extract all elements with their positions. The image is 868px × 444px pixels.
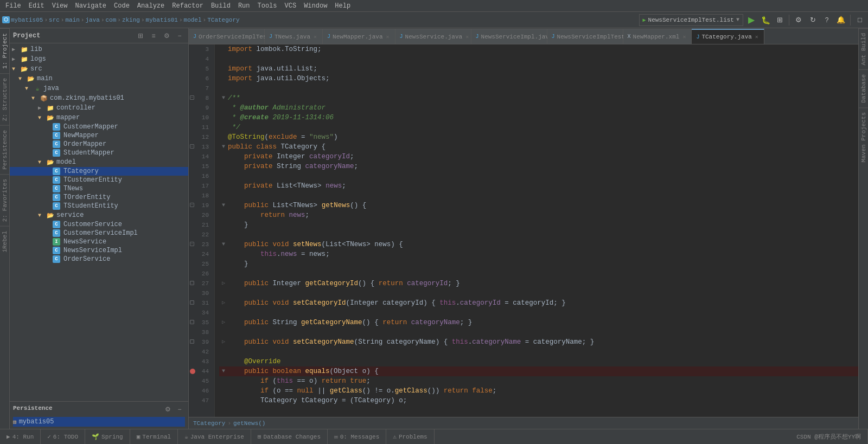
fold-marker[interactable]: − — [190, 203, 194, 207]
tree-item-src[interactable]: ▼ 📂 src — [10, 64, 188, 74]
breadcrumb-method[interactable]: getNews() — [233, 420, 265, 427]
menu-item-view[interactable]: View — [49, 1, 71, 11]
run-button[interactable]: ▶ — [745, 14, 757, 26]
persistence-close[interactable]: − — [174, 404, 185, 415]
tab-tnews[interactable]: J TNews.java ✕ — [265, 29, 323, 44]
tab-orderserviceimpltest[interactable]: J OrderServiceImplTest.java ✕ — [189, 29, 265, 44]
tab-close-button[interactable]: ✕ — [681, 33, 687, 41]
bottom-tab-db-changes[interactable]: ⊞ Database Changes — [251, 429, 328, 444]
tab-close-button[interactable]: ✕ — [464, 33, 470, 41]
fold-marker[interactable]: □ — [190, 320, 194, 324]
left-panel-structure[interactable]: Z: Structure — [0, 73, 9, 125]
tree-item-studentmapper[interactable]: ▶ C StudentMapper — [10, 149, 188, 157]
settings-button[interactable]: ⚙ — [793, 14, 805, 26]
run-config-selector[interactable]: ▶ NewsServiceImplTest.list ▼ — [639, 14, 743, 26]
left-panel-persistence[interactable]: Persistence — [0, 125, 9, 174]
tree-item-java[interactable]: ▼ ☕ java — [10, 83, 188, 93]
tab-newsservice[interactable]: J NewsService.java ✕ — [395, 29, 471, 44]
tree-item-newmapper[interactable]: ▶ C NewMapper — [10, 131, 188, 140]
bc-java[interactable]: java — [85, 17, 99, 23]
tree-item-newsserviceimpl[interactable]: ▶ C NewsServiceImpl — [10, 246, 188, 255]
tree-item-orderservice[interactable]: ▶ C OrderService — [10, 255, 188, 263]
menu-item-edit[interactable]: Edit — [25, 1, 48, 11]
menu-item-run[interactable]: Run — [235, 1, 253, 11]
bc-zking[interactable]: zking — [122, 17, 140, 23]
tab-newsserviceimpl[interactable]: J NewsServiceImpl.java ✕ — [471, 29, 547, 44]
fold-marker-13[interactable]: ▼ — [219, 142, 228, 152]
bc-src[interactable]: src — [49, 17, 60, 23]
help-button[interactable]: ? — [821, 14, 833, 26]
fold-marker[interactable]: − — [190, 144, 194, 149]
tab-close-button[interactable]: ✕ — [385, 33, 391, 41]
tree-item-customermapper[interactable]: ▶ C CustomerMapper — [10, 123, 188, 131]
fold-marker-31[interactable]: ▷ — [219, 298, 228, 308]
persistence-settings[interactable]: ⚙ — [162, 404, 173, 415]
left-panel-irebel[interactable]: iRebel — [0, 226, 9, 257]
fold-marker-44[interactable]: ▼ — [219, 366, 228, 376]
tree-item-service[interactable]: ▼ 📂 service — [10, 210, 188, 220]
tree-item-logs[interactable]: ▶ 📁 logs — [10, 54, 188, 64]
persistence-item-mybatis05[interactable]: ⊞ mybatis05 — [13, 417, 185, 427]
left-panel-favorites[interactable]: 2: Favorites — [0, 174, 9, 226]
menu-item-tools[interactable]: Tools — [254, 1, 280, 11]
menu-item-vcs[interactable]: VCS — [282, 1, 300, 11]
breadcrumb-class[interactable]: TCategory — [193, 420, 225, 427]
fold-marker-23[interactable]: ▼ — [219, 240, 228, 249]
sidebar-close[interactable]: − — [174, 30, 185, 41]
fold-marker-19[interactable]: ▼ — [219, 201, 228, 210]
menu-item-code[interactable]: Code — [111, 1, 133, 11]
fold-marker-35[interactable]: ▷ — [219, 318, 228, 327]
tree-item-tnews[interactable]: ▶ C TNews — [10, 184, 188, 193]
fold-marker-27[interactable]: ▷ — [219, 279, 228, 288]
tab-close-button[interactable]: ✕ — [312, 33, 318, 41]
bc-model[interactable]: model — [184, 17, 202, 23]
bc-main[interactable]: main — [65, 17, 79, 23]
update-button[interactable]: ↻ — [807, 14, 819, 26]
bottom-tab-java-enterprise[interactable]: ☕ Java Enterprise — [178, 429, 251, 444]
menu-item-refactor[interactable]: Refactor — [169, 1, 207, 11]
debug-breakpoint[interactable] — [190, 369, 195, 374]
tab-newsserviceimpltest[interactable]: J NewsServiceImplTest.java ✕ — [547, 29, 623, 44]
bc-mybatis01[interactable]: mybatis01 — [146, 17, 178, 23]
tree-item-ordermapper[interactable]: ▶ C OrderMapper — [10, 140, 188, 149]
bc-mybatis05[interactable]: mybatis05 — [11, 17, 43, 23]
sidebar-expand-all[interactable]: ⊞ — [135, 30, 146, 41]
code-editor[interactable]: import lombok.ToString; import java.util… — [215, 44, 858, 417]
bc-tcategory[interactable]: TCategory — [207, 17, 239, 23]
fold-marker[interactable]: − — [190, 242, 194, 246]
fold-marker[interactable]: □ — [190, 339, 194, 344]
bottom-tab-run[interactable]: ▶ 4: Run — [0, 429, 41, 444]
bottom-tab-spring[interactable]: 🌱 Spring — [85, 429, 130, 444]
bottom-tab-terminal[interactable]: ▣ Terminal — [130, 429, 178, 444]
fold-marker[interactable]: − — [190, 95, 194, 100]
menu-item-build[interactable]: Build — [208, 1, 234, 11]
menu-item-help[interactable]: Help — [331, 1, 354, 11]
right-panel-database[interactable]: Database — [859, 69, 868, 107]
tab-tcategory[interactable]: J TCategory.java ✕ — [692, 29, 764, 44]
tree-item-controller[interactable]: ▶ 📁 controller — [10, 103, 188, 113]
bottom-tab-problems[interactable]: ⚠ Problems — [386, 429, 434, 444]
menu-item-window[interactable]: Window — [301, 1, 330, 11]
sidebar-settings[interactable]: ⚙ — [161, 30, 172, 41]
tree-item-package[interactable]: ▼ 📦 com.zking.mybatis01 — [10, 93, 188, 103]
fold-marker[interactable]: □ — [190, 281, 194, 285]
menu-item-file[interactable]: File — [2, 1, 24, 11]
right-panel-maven[interactable]: Maven Projects — [859, 107, 868, 166]
tree-item-lib[interactable]: ▶ 📁 lib — [10, 44, 188, 54]
tree-item-mapper[interactable]: ▼ 📂 mapper — [10, 113, 188, 123]
tree-item-customerserviceimpl[interactable]: ▶ C CustomerServiceImpl — [10, 229, 188, 237]
notifications-button[interactable]: 🔔 — [835, 14, 847, 26]
left-panel-project[interactable]: 1: Project — [0, 28, 9, 73]
tree-item-model[interactable]: ▼ 📂 model — [10, 157, 188, 167]
tree-item-main[interactable]: ▼ 📂 main — [10, 74, 188, 83]
tree-item-customerservice[interactable]: ▶ C CustomerService — [10, 220, 188, 229]
tab-close-button[interactable]: ✕ — [754, 33, 760, 41]
tab-newmapper[interactable]: J NewMapper.java ✕ — [323, 29, 395, 44]
tree-item-torderentity[interactable]: ▶ C TOrderEntity — [10, 193, 188, 202]
fold-marker[interactable]: □ — [190, 300, 194, 305]
debug-button[interactable]: 🐛 — [760, 14, 771, 26]
menu-item-navigate[interactable]: Navigate — [72, 1, 110, 11]
coverage-button[interactable]: ⊞ — [774, 14, 786, 26]
tree-item-tcategory[interactable]: ▶ C TCategory — [10, 167, 188, 176]
bottom-tab-todo[interactable]: ✓ 6: TODO — [41, 429, 85, 444]
